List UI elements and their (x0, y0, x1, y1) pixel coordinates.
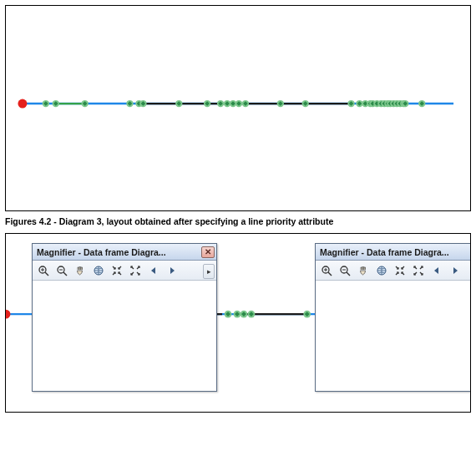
collapse-icon[interactable] (108, 262, 125, 279)
forward-icon[interactable] (446, 262, 463, 279)
globe-icon[interactable] (372, 262, 390, 279)
magnifier-toolbar (316, 261, 471, 281)
magnifier-titlebar[interactable]: Magnifier - Data frame Diagra... ✕ (316, 244, 471, 261)
svg-line-105 (347, 272, 350, 276)
pan-icon[interactable] (71, 262, 89, 279)
magnifier-title: Magnifier - Data frame Diagra... (320, 247, 471, 257)
close-icon[interactable]: ✕ (201, 246, 215, 258)
back-icon[interactable] (144, 262, 162, 279)
back-icon[interactable] (428, 262, 445, 279)
globe-icon[interactable] (89, 262, 107, 279)
svg-point-4 (18, 99, 27, 109)
zoom-out-icon[interactable] (53, 262, 70, 279)
forward-icon[interactable] (163, 262, 180, 279)
diagram-3-svg (6, 6, 470, 210)
magnifier-titlebar[interactable]: Magnifier - Data frame Diagra... ✕ (33, 244, 216, 261)
magnifier-window-right[interactable]: Magnifier - Data frame Diagra... ✕ ▸ (315, 243, 471, 392)
zoom-in-icon[interactable] (34, 262, 52, 279)
svg-point-73 (6, 310, 10, 319)
magnifier-window-left[interactable]: Magnifier - Data frame Diagra... ✕ ▸ (32, 243, 217, 392)
magnifier-viewport[interactable] (33, 282, 216, 391)
magnifier-viewport[interactable] (316, 282, 471, 391)
svg-line-101 (328, 272, 332, 276)
zoom-in-icon[interactable] (317, 262, 335, 279)
expand-icon[interactable] (126, 262, 144, 279)
toolbar-overflow-icon[interactable]: ▸ (203, 264, 215, 279)
svg-line-93 (45, 272, 48, 276)
figure-caption: Figures 4.2 - Diagram 3, layout obtained… (5, 216, 471, 226)
diagram-panel-bottom: Magnifier - Data frame Diagra... ✕ ▸ Mag… (5, 233, 471, 413)
magnifier-title: Magnifier - Data frame Diagra... (37, 247, 201, 257)
magnifier-toolbar (33, 261, 216, 281)
collapse-icon[interactable] (391, 262, 408, 279)
diagram-panel-top (5, 5, 471, 211)
zoom-out-icon[interactable] (336, 262, 353, 279)
pan-icon[interactable] (354, 262, 372, 279)
expand-icon[interactable] (409, 262, 427, 279)
svg-line-97 (63, 272, 67, 276)
